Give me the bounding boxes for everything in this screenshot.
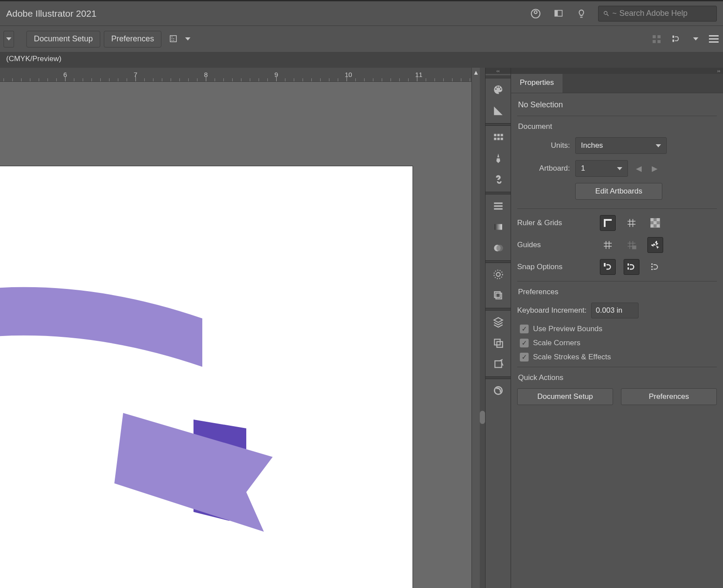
panel-collapse-gutter[interactable] <box>480 68 485 588</box>
svg-point-1 <box>534 11 537 14</box>
svg-rect-44 <box>628 267 629 270</box>
canvas-area[interactable]: 67891011 ▴ <box>0 68 485 588</box>
svg-rect-29 <box>496 293 501 299</box>
use-preview-bounds-checkbox[interactable]: ✓ <box>520 325 529 333</box>
snap-options-label: Snap Options <box>517 263 581 271</box>
swatches-icon[interactable] <box>486 127 511 148</box>
scroll-up-icon[interactable]: ▴ <box>472 68 480 77</box>
section-document-title: Document <box>518 122 717 131</box>
toggle-rulers-icon[interactable] <box>600 215 616 231</box>
use-preview-bounds-label: Use Preview Bounds <box>533 325 602 333</box>
svg-point-26 <box>496 245 503 251</box>
cloud-sync-icon[interactable] <box>529 7 542 20</box>
discover-icon[interactable] <box>575 7 588 20</box>
artboard-prev-icon[interactable]: ◀ <box>633 163 644 174</box>
svg-rect-5 <box>653 35 656 38</box>
snap-to-grid-icon[interactable] <box>624 259 639 275</box>
artboard-label: Artboard: <box>517 164 570 173</box>
grid-view-icon[interactable] <box>651 33 662 45</box>
svg-rect-47 <box>651 269 653 270</box>
svg-rect-12 <box>709 38 719 40</box>
svg-rect-24 <box>494 224 502 230</box>
snap-to-pixel-icon[interactable] <box>647 259 663 275</box>
units-select[interactable]: Inches <box>575 137 667 154</box>
search-box[interactable]: ~ <box>598 6 717 22</box>
appearance-icon[interactable] <box>486 264 511 285</box>
svg-rect-46 <box>651 266 653 267</box>
list-view-icon[interactable] <box>708 33 719 45</box>
svg-rect-8 <box>657 40 661 43</box>
color-palette-icon[interactable] <box>486 79 511 100</box>
artboard-select[interactable]: 1 <box>575 160 628 177</box>
qa-document-setup-button[interactable]: Document Setup <box>517 388 613 405</box>
svg-rect-45 <box>651 263 653 265</box>
title-bar: Adobe Illustrator 2021 ~ <box>0 0 723 26</box>
edit-artboards-button[interactable]: Edit Artboards <box>575 183 662 200</box>
snap-dropdown-icon[interactable] <box>693 37 698 40</box>
svg-rect-36 <box>650 218 654 221</box>
vertical-scrollbar[interactable]: ▴ <box>471 68 480 588</box>
section-quick-actions-title: Quick Actions <box>518 373 717 382</box>
svg-rect-40 <box>657 224 660 227</box>
graphic-styles-icon[interactable] <box>486 285 511 306</box>
lock-guides-icon[interactable] <box>624 237 639 253</box>
horizontal-ruler[interactable]: 67891011 <box>0 68 471 82</box>
libraries-icon[interactable] <box>486 380 511 401</box>
svg-point-27 <box>496 273 500 277</box>
artboard-next-icon[interactable]: ▶ <box>649 163 660 174</box>
snap-options-icon[interactable] <box>672 33 683 45</box>
guides-label: Guides <box>517 241 581 249</box>
svg-rect-41 <box>632 246 636 249</box>
search-input[interactable] <box>619 9 712 18</box>
units-label: Units: <box>517 141 570 150</box>
align-to-icon[interactable] <box>168 33 180 45</box>
align-dropdown-icon[interactable] <box>185 37 190 40</box>
svg-rect-15 <box>494 134 496 136</box>
scale-corners-label: Scale Corners <box>533 339 581 347</box>
symbols-icon[interactable] <box>486 169 511 190</box>
panel-expand-icon[interactable]: ›› <box>511 68 723 74</box>
brushes-icon[interactable] <box>486 148 511 169</box>
dock-collapse-icon[interactable]: ‹‹ <box>486 68 511 74</box>
svg-rect-30 <box>494 292 500 297</box>
document-tab-bar: (CMYK/Preview) <box>0 52 723 68</box>
smart-guides-icon[interactable] <box>647 237 663 253</box>
document-tab[interactable]: (CMYK/Preview) <box>0 52 68 68</box>
tab-properties[interactable]: Properties <box>511 74 562 93</box>
scroll-handle[interactable] <box>480 411 485 424</box>
svg-rect-39 <box>650 224 654 227</box>
layers-icon[interactable] <box>486 311 511 332</box>
transparency-icon[interactable] <box>486 237 511 259</box>
section-preferences-title: Preferences <box>518 288 717 296</box>
svg-rect-37 <box>657 218 660 221</box>
toggle-guides-icon[interactable] <box>600 237 616 253</box>
ribbon-bottom-shape <box>0 343 290 536</box>
svg-rect-22 <box>494 205 503 207</box>
keyboard-increment-label: Keyboard Increment: <box>517 306 587 315</box>
artboards-icon[interactable] <box>486 354 511 375</box>
toggle-transparency-grid-icon[interactable] <box>647 215 663 231</box>
toggle-grid-icon[interactable] <box>624 215 639 231</box>
svg-rect-13 <box>709 41 719 43</box>
color-guide-icon[interactable] <box>486 100 511 121</box>
document-setup-button[interactable]: Document Setup <box>26 31 100 47</box>
selection-menu-dropdown[interactable] <box>4 31 14 47</box>
properties-panel: ›› Properties No Selection Document Unit… <box>511 68 723 588</box>
stroke-icon[interactable] <box>486 195 511 216</box>
svg-rect-11 <box>709 35 719 37</box>
scale-strokes-checkbox[interactable]: ✓ <box>520 353 529 362</box>
app-title: Adobe Illustrator 2021 <box>6 8 96 19</box>
chevron-down-icon <box>617 167 622 170</box>
arrange-documents-icon[interactable] <box>552 7 565 20</box>
preferences-button[interactable]: Preferences <box>104 31 161 47</box>
svg-rect-16 <box>497 134 499 136</box>
asset-export-icon[interactable] <box>486 332 511 354</box>
chevron-down-icon <box>656 144 661 147</box>
panel-dock: ‹‹ <box>485 68 511 588</box>
snap-to-point-icon[interactable] <box>600 259 616 275</box>
keyboard-increment-input[interactable] <box>591 303 639 318</box>
svg-rect-38 <box>654 221 657 224</box>
qa-preferences-button[interactable]: Preferences <box>621 388 717 405</box>
gradient-icon[interactable] <box>486 216 511 237</box>
scale-corners-checkbox[interactable]: ✓ <box>520 339 529 347</box>
